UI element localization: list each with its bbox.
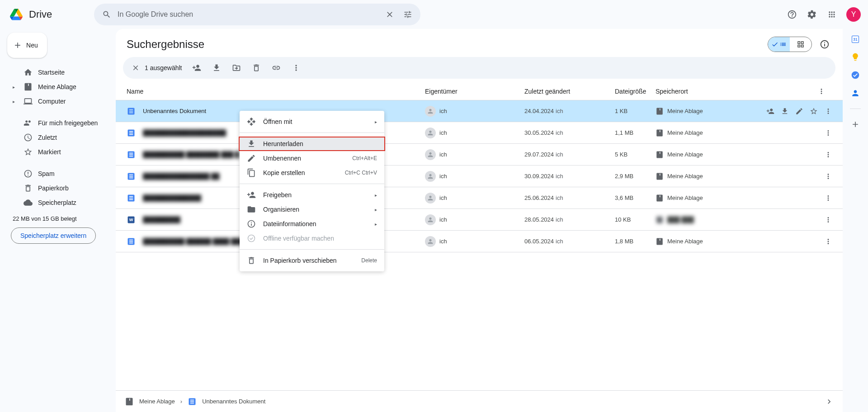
col-menu-icon[interactable]: [817, 87, 835, 95]
ctx-share[interactable]: Freigeben▸: [240, 188, 384, 202]
storage-text: 22 MB von 15 GB belegt: [7, 210, 108, 227]
nav-item-trash[interactable]: Papierkorb: [7, 181, 108, 195]
context-menu: Öffnen mit▸HerunterladenUmbenennenCtrl+A…: [240, 111, 384, 271]
row-more-icon[interactable]: [821, 234, 835, 249]
nav-item-shared[interactable]: Für mich freigegeben: [7, 116, 108, 130]
file-row[interactable]: ████████████████████ich30.05.2024 ich1,1…: [116, 122, 843, 144]
apps-icon[interactable]: [823, 5, 841, 24]
row-more-icon[interactable]: [821, 104, 835, 118]
selection-count: 1 ausgewählt: [145, 64, 182, 71]
nav-item-cloud[interactable]: Speicherplatz: [7, 195, 108, 210]
drive-text: Drive: [29, 9, 52, 20]
rename-icon[interactable]: [792, 104, 807, 118]
search-options-icon[interactable]: [399, 5, 417, 24]
file-row[interactable]: ██████████████ich25.06.2024 ich3,6 MBMei…: [116, 187, 843, 209]
selection-bar: 1 ausgewählt: [123, 57, 835, 79]
row-more-icon[interactable]: [821, 169, 835, 184]
help-icon[interactable]: [783, 5, 801, 24]
ctx-open[interactable]: Öffnen mit▸: [240, 114, 384, 129]
nav-item-clock[interactable]: Zuletzt: [7, 130, 108, 145]
header-right: Y: [783, 5, 861, 24]
row-more-icon[interactable]: [821, 213, 835, 227]
clear-selection-icon[interactable]: [128, 61, 143, 75]
add-addon-icon[interactable]: [851, 120, 860, 129]
file-row[interactable]: ██████████ ████████ ███ █ich29.07.2024 i…: [116, 144, 843, 166]
drive-folder-icon: [125, 397, 134, 406]
star-icon[interactable]: [807, 104, 821, 118]
keep-icon[interactable]: [851, 52, 860, 62]
search-bar: [94, 4, 420, 25]
new-button-label: Neu: [26, 42, 38, 49]
nav-item-drive[interactable]: ▸Meine Ablage: [7, 80, 108, 94]
nav-item-home[interactable]: Startseite: [7, 65, 108, 80]
more-icon[interactable]: [287, 59, 305, 77]
nav-item-computer[interactable]: ▸Computer: [7, 94, 108, 109]
contacts-icon[interactable]: [851, 89, 860, 98]
ctx-offline: Offline verfügbar machen: [240, 231, 384, 246]
nav-item-star[interactable]: Markiert: [7, 145, 108, 159]
chevron-right-icon: ›: [180, 398, 182, 405]
file-row[interactable]: Unbenanntes Dokumentich24.04.2024 ich1 K…: [116, 100, 843, 122]
svg-text:31: 31: [853, 37, 858, 42]
table-header: Name Eigentümer Zuletzt geändert Dateigr…: [116, 82, 843, 100]
col-size[interactable]: Dateigröße: [615, 88, 656, 95]
svg-point-5: [852, 71, 859, 79]
search-input[interactable]: [116, 10, 381, 19]
download-icon[interactable]: [778, 104, 792, 118]
col-modified[interactable]: Zuletzt geändert: [524, 88, 615, 95]
ctx-info[interactable]: Dateiinformationen▸: [240, 217, 384, 231]
share-icon[interactable]: [188, 59, 206, 77]
page-title: Suchergebnisse: [127, 38, 204, 51]
file-row[interactable]: W█████████ich28.05.2024 ich10 KB███ ███: [116, 209, 843, 231]
drive-logo-icon: [7, 5, 25, 24]
search-icon[interactable]: [98, 5, 116, 24]
row-more-icon[interactable]: [821, 191, 835, 205]
file-row[interactable]: ████████████████ ██ich30.09.2024 ich2,9 …: [116, 166, 843, 187]
col-name[interactable]: Name: [127, 88, 425, 95]
move-icon[interactable]: [227, 59, 245, 77]
nav-item-spam[interactable]: Spam: [7, 166, 108, 181]
ctx-trash[interactable]: In Papierkorb verschiebenDelete: [240, 253, 384, 268]
col-location[interactable]: Speicherort: [656, 88, 817, 95]
link-icon[interactable]: [267, 59, 285, 77]
delete-icon[interactable]: [247, 59, 265, 77]
ctx-folder[interactable]: Organisieren▸: [240, 202, 384, 217]
svg-text:W: W: [129, 218, 133, 222]
settings-icon[interactable]: [803, 5, 821, 24]
ctx-download[interactable]: Herunterladen: [239, 137, 385, 151]
ctx-rename[interactable]: UmbenennenCtrl+Alt+E: [240, 151, 384, 166]
new-button[interactable]: + Neu: [7, 33, 47, 58]
breadcrumb-root[interactable]: Meine Ablage: [139, 398, 175, 405]
list-view-button[interactable]: [768, 37, 790, 52]
share-icon[interactable]: [763, 104, 778, 118]
doc-icon: [188, 397, 197, 406]
col-owner[interactable]: Eigentümer: [425, 88, 524, 95]
user-avatar[interactable]: Y: [846, 7, 861, 22]
clear-search-icon[interactable]: [381, 5, 399, 24]
view-toggle: [768, 37, 812, 52]
main-content: Suchergebnisse 1 ausgewählt Name Eigentü…: [116, 29, 843, 412]
row-more-icon[interactable]: [821, 126, 835, 140]
download-icon[interactable]: [208, 59, 226, 77]
calendar-icon[interactable]: 31: [851, 34, 860, 43]
breadcrumb-file[interactable]: Unbenanntes Dokument: [202, 398, 265, 405]
tasks-icon[interactable]: [851, 71, 860, 80]
header: Drive Y: [0, 0, 868, 29]
row-more-icon[interactable]: [821, 147, 835, 162]
ctx-copy[interactable]: Kopie erstellenCtrl+C Ctrl+V: [240, 166, 384, 180]
info-icon[interactable]: [816, 35, 834, 53]
expand-bar-icon[interactable]: [825, 397, 834, 406]
sidebar: + Neu Startseite▸Meine Ablage▸Computer F…: [0, 29, 116, 412]
breadcrumb-bar: Meine Ablage › Unbenanntes Dokument: [116, 390, 843, 412]
expand-storage-button[interactable]: Speicherplatz erweitern: [11, 227, 96, 244]
drive-logo[interactable]: Drive: [7, 5, 94, 24]
plus-icon: +: [14, 39, 21, 52]
grid-view-button[interactable]: [790, 37, 811, 52]
file-row[interactable]: ██████████ ██████ ████ ██████ich06.05.20…: [116, 231, 843, 252]
side-panel: 31: [843, 29, 868, 129]
